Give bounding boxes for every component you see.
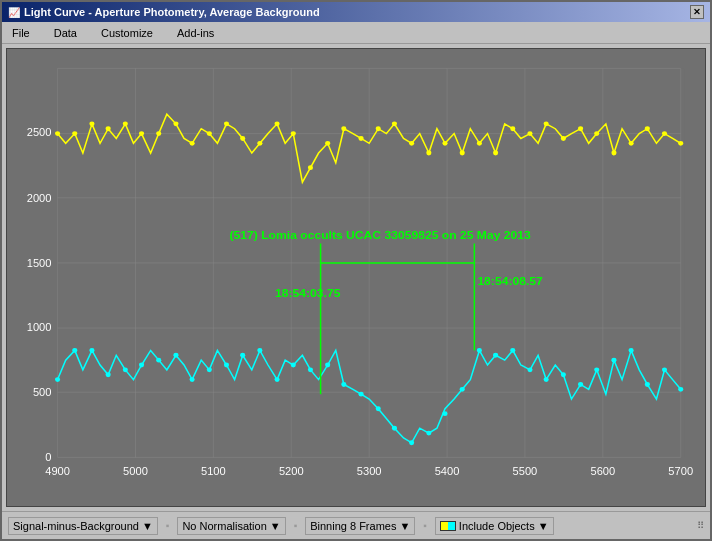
menu-customize[interactable]: Customize [97, 25, 157, 41]
chart-svg: 4900 5000 5100 5200 5300 5400 5500 5600 … [7, 49, 705, 506]
title-bar: 📈 Light Curve - Aperture Photometry, Ave… [2, 2, 710, 22]
svg-text:5200: 5200 [279, 465, 304, 477]
svg-point-96 [477, 348, 482, 353]
include-objects-dropdown[interactable]: Include Objects ▼ [435, 517, 554, 535]
svg-point-37 [123, 121, 128, 126]
svg-text:18:54:03.75: 18:54:03.75 [275, 286, 341, 300]
svg-point-44 [240, 136, 245, 141]
svg-point-53 [392, 121, 397, 126]
svg-point-62 [544, 121, 549, 126]
binning-dropdown-icon: ▼ [399, 520, 410, 532]
title-bar-left: 📈 Light Curve - Aperture Photometry, Ave… [8, 6, 320, 18]
svg-point-34 [72, 131, 77, 136]
svg-point-93 [426, 431, 431, 436]
svg-point-63 [561, 136, 566, 141]
svg-point-73 [89, 348, 94, 353]
svg-point-88 [341, 382, 346, 387]
chart-area: + - [6, 48, 706, 507]
status-bar: Signal-minus-Background ▼ ▪ No Normalisa… [2, 511, 710, 539]
main-window: 📈 Light Curve - Aperture Photometry, Ave… [0, 0, 712, 541]
normalization-label: No Normalisation [182, 520, 266, 532]
objects-dropdown-icon: ▼ [538, 520, 549, 532]
svg-point-89 [359, 392, 364, 397]
svg-point-52 [376, 126, 381, 131]
yellow-swatch [441, 522, 448, 530]
color-swatch [440, 521, 456, 531]
cyan-swatch [448, 522, 455, 530]
objects-label: Include Objects [459, 520, 535, 532]
svg-point-100 [544, 377, 549, 382]
svg-point-39 [156, 131, 161, 136]
signal-dropdown[interactable]: Signal-minus-Background ▼ [8, 517, 158, 535]
menu-addins[interactable]: Add-ins [173, 25, 218, 41]
svg-text:(517) Lomia occults UCAC 33059: (517) Lomia occults UCAC 33059825 on 25 … [230, 228, 532, 242]
svg-point-81 [224, 363, 229, 368]
svg-point-78 [173, 353, 178, 358]
svg-point-50 [341, 126, 346, 131]
svg-point-59 [493, 151, 498, 156]
svg-point-94 [442, 411, 447, 416]
svg-text:1000: 1000 [27, 321, 52, 333]
separator1: ▪ [166, 520, 170, 531]
svg-text:2500: 2500 [27, 127, 52, 139]
svg-point-90 [376, 406, 381, 411]
svg-point-86 [308, 367, 313, 372]
menu-file[interactable]: File [8, 25, 34, 41]
svg-text:0: 0 [45, 451, 51, 463]
svg-point-45 [257, 141, 262, 146]
svg-point-42 [207, 131, 212, 136]
svg-point-103 [594, 367, 599, 372]
svg-point-105 [629, 348, 634, 353]
close-button[interactable]: ✕ [690, 5, 704, 19]
svg-point-46 [275, 121, 280, 126]
svg-point-67 [629, 141, 634, 146]
svg-point-101 [561, 372, 566, 377]
svg-point-92 [409, 440, 414, 445]
svg-text:5300: 5300 [357, 465, 382, 477]
svg-point-99 [527, 367, 532, 372]
svg-point-40 [173, 121, 178, 126]
svg-point-107 [662, 367, 667, 372]
svg-text:5000: 5000 [123, 465, 148, 477]
svg-point-49 [325, 141, 330, 146]
svg-text:4900: 4900 [45, 465, 70, 477]
svg-point-36 [106, 126, 111, 131]
separator3: ▪ [423, 520, 427, 531]
svg-point-85 [291, 363, 296, 368]
svg-point-77 [156, 358, 161, 363]
binning-dropdown[interactable]: Binning 8 Frames ▼ [305, 517, 415, 535]
normalization-dropdown-icon: ▼ [270, 520, 281, 532]
app-icon: 📈 [8, 7, 20, 18]
svg-text:5600: 5600 [590, 465, 615, 477]
svg-point-66 [611, 151, 616, 156]
svg-point-106 [645, 382, 650, 387]
svg-point-75 [123, 367, 128, 372]
svg-point-84 [275, 377, 280, 382]
svg-point-54 [409, 141, 414, 146]
menu-data[interactable]: Data [50, 25, 81, 41]
svg-point-47 [291, 131, 296, 136]
svg-text:5700: 5700 [668, 465, 693, 477]
svg-point-83 [257, 348, 262, 353]
binning-label: Binning 8 Frames [310, 520, 396, 532]
svg-point-57 [460, 151, 465, 156]
signal-label: Signal-minus-Background [13, 520, 139, 532]
svg-point-38 [139, 131, 144, 136]
resize-grip: ⠿ [697, 520, 704, 531]
window-title: Light Curve - Aperture Photometry, Avera… [24, 6, 320, 18]
svg-point-87 [325, 363, 330, 368]
svg-point-82 [240, 353, 245, 358]
svg-point-97 [493, 353, 498, 358]
svg-point-104 [611, 358, 616, 363]
svg-point-76 [139, 363, 144, 368]
svg-text:5400: 5400 [435, 465, 460, 477]
svg-point-61 [527, 131, 532, 136]
svg-point-65 [594, 131, 599, 136]
svg-text:18:54:08.57: 18:54:08.57 [477, 274, 543, 288]
svg-point-64 [578, 126, 583, 131]
svg-point-108 [678, 387, 683, 392]
svg-point-55 [426, 151, 431, 156]
svg-text:500: 500 [33, 386, 52, 398]
normalization-dropdown[interactable]: No Normalisation ▼ [177, 517, 285, 535]
separator2: ▪ [294, 520, 298, 531]
